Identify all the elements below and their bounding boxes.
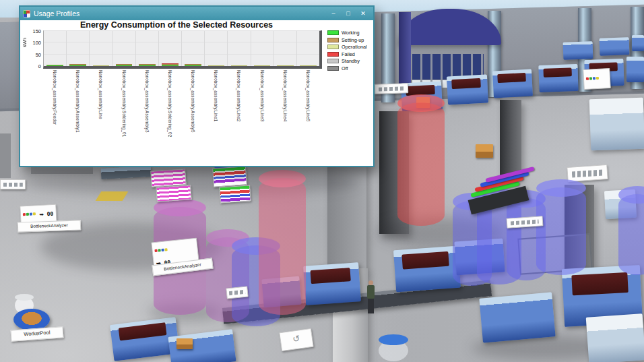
- status-board: [583, 68, 611, 90]
- stacked-bar: [185, 64, 201, 66]
- crate[interactable]: [476, 144, 493, 158]
- bar-slot: Nanobox_assembly.Assembly3: [136, 31, 159, 66]
- worker-head: [368, 280, 373, 285]
- bar-segment: [300, 65, 317, 66]
- legend-swatch: [327, 59, 339, 63]
- stacked-bar: [277, 65, 294, 66]
- x-axis-label: Nanobox_assembly.Assembly1: [75, 70, 80, 133]
- gantt-display: [156, 185, 191, 202]
- y-tick-label: 150: [24, 28, 41, 34]
- legend-swatch: [327, 30, 339, 35]
- machine[interactable]: [563, 41, 593, 60]
- machine[interactable]: [303, 262, 361, 305]
- x-axis-label: Nanobox_assembly.Line4: [283, 70, 288, 121]
- legend-item: Setting-up: [327, 37, 372, 43]
- machine-panel: [451, 78, 481, 90]
- bar-segment: [46, 65, 63, 66]
- blue-cap-cylinder: [379, 334, 408, 361]
- analyzer-counter: 00: [46, 211, 53, 217]
- close-button[interactable]: ✕: [356, 8, 371, 19]
- gantt-display: [219, 185, 251, 203]
- object-tag: [226, 286, 248, 299]
- x-axis-label: Nanobox_assembly.Line2: [236, 70, 241, 121]
- machine[interactable]: [600, 37, 630, 56]
- minimize-button[interactable]: –: [326, 8, 341, 19]
- x-axis-label: Nanobox_assembly.Feeder: [53, 70, 57, 125]
- x-axis-label: Nanobox_assembly.Line5: [306, 70, 311, 121]
- machine[interactable]: [586, 313, 644, 362]
- bar-slot: Nanobox_assembly.Line: [90, 31, 112, 66]
- worker-torso: [367, 285, 375, 299]
- legend-swatch: [327, 66, 339, 71]
- stacked-bar: [208, 65, 225, 66]
- x-axis-label: Nanobox_assembly.Soldering_02: [168, 70, 172, 138]
- machine[interactable]: [479, 292, 555, 342]
- machine-panel: [401, 251, 449, 269]
- machine-panel: [119, 323, 167, 341]
- bar-segment: [208, 65, 225, 66]
- legend-item: Off: [327, 65, 372, 71]
- column: [500, 100, 521, 179]
- stacked-bar: [69, 64, 86, 66]
- floor-shadow: [23, 169, 360, 195]
- legend-item: Working: [327, 30, 372, 36]
- y-tick-label: 100: [24, 40, 41, 46]
- machine[interactable]: [393, 246, 461, 293]
- machine[interactable]: [538, 64, 578, 92]
- bar-segment: [231, 65, 248, 66]
- window-title: Usage Profiles: [34, 9, 79, 18]
- legend-item: Failed: [327, 51, 372, 57]
- bar-slot: Nanobox_assembly.Assembly1: [67, 31, 90, 66]
- bar-slot: Nanobox_assembly.Feeder: [44, 31, 67, 66]
- machine[interactable]: [589, 98, 644, 151]
- chart-area: Energy Consumption of the Selected Resou…: [20, 20, 373, 166]
- legend-swatch: [327, 52, 339, 57]
- bar-segment: [254, 65, 271, 66]
- worker-legs: [368, 299, 374, 313]
- bar-segment: [116, 65, 133, 66]
- chart-window-icon: [23, 10, 30, 18]
- bar-slot: Nanobox_assembly.Soldering_02: [159, 31, 182, 66]
- machine[interactable]: [492, 69, 533, 98]
- x-axis-label: Nanobox_assembly.Line: [98, 70, 103, 119]
- entrance-side-band: [399, 12, 411, 92]
- stacked-bar: [46, 65, 63, 66]
- energy-cylinder-blue: [536, 179, 586, 275]
- machine[interactable]: [447, 74, 488, 104]
- legend-label: Setting-up: [342, 37, 364, 43]
- stacked-bar: [93, 65, 110, 66]
- wall-fragment: [0, 133, 11, 178]
- bar-segment: [93, 65, 110, 66]
- energy-cylinder-blue: [618, 186, 644, 275]
- bar-slot: Nanobox_assembly.Line1: [205, 31, 228, 66]
- maximize-button[interactable]: □: [341, 8, 356, 19]
- legend-item: Operational: [327, 44, 372, 50]
- worker-figure[interactable]: [365, 280, 377, 317]
- bar-segment: [162, 65, 179, 66]
- machine[interactable]: [626, 57, 644, 82]
- crate[interactable]: [176, 338, 193, 349]
- legend-item: Standby: [327, 58, 372, 64]
- bar-slot: Nanobox_assembly.Soldering_01: [113, 31, 136, 66]
- x-axis-label: Nanobox_assembly.Soldering_01: [122, 70, 127, 138]
- x-axis-label: Nanobox_assembly.Line3: [260, 70, 265, 121]
- stacked-bar: [162, 63, 179, 66]
- object-tag: [0, 179, 26, 189]
- window-titlebar[interactable]: Usage Profiles – □ ✕: [20, 7, 373, 20]
- legend-swatch: [327, 38, 339, 42]
- bar-segment: [185, 65, 201, 66]
- stacked-bar: [231, 65, 248, 66]
- chart-title: Energy Consumption of the Selected Resou…: [20, 20, 333, 30]
- energy-cylinder-rose: [259, 170, 306, 315]
- gantt-display: [150, 169, 187, 187]
- legend-label: Operational: [342, 44, 367, 50]
- machine-panel: [310, 268, 350, 284]
- y-tick-label: 50: [24, 51, 41, 57]
- chart-plot: 050100150Nanobox_assembly.FeederNanobox_…: [43, 30, 322, 69]
- chart-legend: WorkingSetting-upOperationalFailedStandb…: [327, 30, 372, 72]
- y-tick-label: 0: [24, 63, 41, 69]
- bar-segment: [69, 65, 86, 66]
- gantt-display: [212, 166, 247, 187]
- machine[interactable]: [632, 35, 644, 51]
- bar-slot: Nanobox_assembly.Line3: [251, 31, 274, 66]
